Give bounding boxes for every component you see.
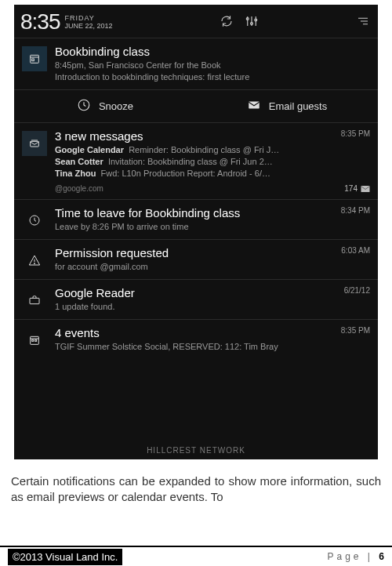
timestamp: 6:03 AM <box>341 246 370 255</box>
notification-calendar-event[interactable]: Bookbinding class 8:45pm, San Francisco … <box>14 38 378 89</box>
calendar-day-icon <box>22 46 47 71</box>
email-guests-button[interactable]: Email guests <box>196 98 378 114</box>
svg-rect-7 <box>31 141 39 147</box>
notification-subtitle: for account @gmail.com <box>55 261 367 273</box>
notification-detail: Introduction to bookbinding techniques: … <box>55 71 367 83</box>
notification-subtitle: 8:45pm, San Francisco Center for the Boo… <box>55 60 367 71</box>
settings-lines-icon[interactable] <box>356 14 370 31</box>
timestamp: 8:34 PM <box>341 206 370 215</box>
page-number: Page | 6 <box>327 551 384 562</box>
snooze-button[interactable]: Snooze <box>14 98 196 114</box>
clock: 8:35 <box>20 9 60 34</box>
timestamp: 8:35 PM <box>341 326 370 335</box>
mail-icon <box>247 98 261 114</box>
calendar-multi-icon <box>22 328 47 353</box>
svg-rect-8 <box>361 186 370 192</box>
briefcase-icon <box>22 288 47 313</box>
account-label: @google.com <box>55 184 367 193</box>
notification-title: 4 events <box>55 326 367 339</box>
snooze-label: Snooze <box>99 100 133 112</box>
svg-rect-13 <box>32 339 34 341</box>
status-bar: 8:35 FRIDAY JUNE 22, 2012 <box>14 5 378 38</box>
weekday: FRIDAY <box>65 14 113 22</box>
notification-reader[interactable]: Google Reader 1 update found. 6/21/12 <box>14 279 378 319</box>
notification-time-to-leave[interactable]: Time to leave for Bookbinding class Leav… <box>14 199 378 239</box>
notification-permission[interactable]: Permission requested for account @gmail.… <box>14 239 378 279</box>
email-guests-label: Email guests <box>269 100 327 112</box>
notification-subtitle: Leave by 8:26 PM to arrive on time <box>55 221 367 233</box>
notification-title: Time to leave for Bookbinding class <box>55 206 367 220</box>
copyright: ©2013 Visual Land Inc. <box>8 549 122 565</box>
clock-icon <box>77 98 91 114</box>
notification-gmail[interactable]: 3 new messages Google Calendar Reminder:… <box>14 122 378 199</box>
mail-preview-line: Tina Zhou Fwd: L10n Production Report: A… <box>55 168 367 180</box>
notification-title: Google Reader <box>55 286 367 299</box>
notification-actions: Snooze Email guests <box>14 89 378 122</box>
svg-rect-4 <box>32 59 34 61</box>
timestamp: 6/21/12 <box>344 286 370 295</box>
svg-point-10 <box>34 263 34 263</box>
document-paragraph: Certain notifications can be expanded to… <box>11 473 381 505</box>
android-notification-shade: 8:35 FRIDAY JUNE 22, 2012 Bookbinding cl… <box>14 5 378 459</box>
svg-rect-11 <box>30 298 39 303</box>
notification-subtitle: TGIF Summer Solstice Social, RESERVED: 1… <box>55 341 367 353</box>
mail-preview-line: Google Calendar Reminder: Bookbinding cl… <box>55 144 367 156</box>
timestamp: 8:35 PM <box>341 129 370 138</box>
svg-rect-6 <box>249 102 260 109</box>
notification-title: 3 new messages <box>55 129 367 143</box>
clock-icon <box>22 208 47 233</box>
page-footer: ©2013 Visual Land Inc. Page | 6 <box>0 546 392 566</box>
notification-title: Permission requested <box>55 246 367 259</box>
status-icons <box>220 14 370 31</box>
date: JUNE 22, 2012 <box>65 22 113 30</box>
notification-calendar-multi[interactable]: 4 events TGIF Summer Solstice Social, RE… <box>14 319 378 359</box>
mail-preview-line: Sean Cotter Invitation: Bookbinding clas… <box>55 156 367 168</box>
sync-icon <box>220 14 234 31</box>
carrier-label: HILLCREST NETWORK <box>14 446 378 455</box>
warning-icon <box>22 248 47 273</box>
notification-title: Bookbinding class <box>55 45 367 58</box>
mail-stack-icon <box>22 131 47 156</box>
notification-subtitle: 1 update found. <box>55 301 367 313</box>
unread-count: 174 <box>344 184 370 193</box>
sliders-icon[interactable] <box>245 14 259 31</box>
svg-rect-14 <box>35 339 37 341</box>
date-block: FRIDAY JUNE 22, 2012 <box>65 14 113 30</box>
